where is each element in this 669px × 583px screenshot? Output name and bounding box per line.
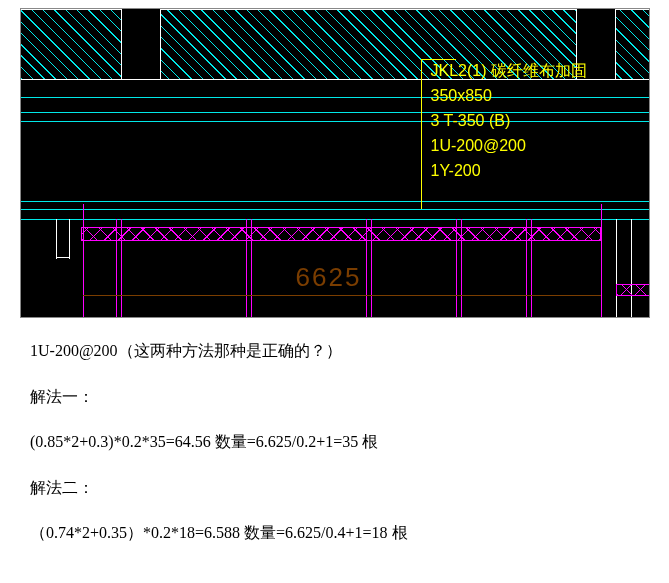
dimension-line: [83, 295, 601, 296]
stub-line: [616, 219, 617, 318]
hatch-beam: [81, 227, 601, 241]
leader-line: [421, 59, 422, 209]
line: [21, 9, 650, 10]
document-body: 1U-200@200（这两种方法那种是正确的？） 解法一： (0.85*2+0.…: [30, 338, 639, 546]
leader-line: [421, 59, 456, 60]
dimension-value: 6625: [296, 262, 362, 293]
beam-line: [21, 209, 650, 210]
beam-spec-label-2: 350x850: [431, 86, 492, 107]
grid-line: [366, 219, 367, 318]
cad-drawing-viewport: JKL2(1) 碳纤维布加固 350x850 3 T-350 (B) 1U-20…: [20, 8, 650, 318]
solution-2-calc: （0.74*2+0.35）*0.2*18=6.588 数量=6.625/0.4+…: [30, 520, 639, 546]
stub-line: [56, 219, 57, 259]
beam-spec-label-1: JKL2(1) 碳纤维布加固: [431, 61, 587, 82]
grid-line: [83, 204, 84, 318]
column-gap: [121, 9, 161, 79]
grid-line: [531, 219, 532, 318]
beam-line: [21, 97, 650, 98]
beam-spec-label-5: 1Y-200: [431, 161, 481, 182]
grid-line: [116, 219, 117, 318]
stub-line: [69, 219, 70, 259]
solution-1-calc: (0.85*2+0.3)*0.2*35=64.56 数量=6.625/0.2+1…: [30, 429, 639, 455]
grid-line: [601, 204, 602, 318]
solution-1-label: 解法一：: [30, 384, 639, 410]
question-text: 1U-200@200（这两种方法那种是正确的？）: [30, 338, 639, 364]
beam-line: [21, 112, 650, 113]
beam-line: [21, 121, 650, 122]
hatch-beam-right: [616, 284, 650, 296]
beam-spec-label-3: 3 T-350 (B): [431, 111, 511, 132]
grid-line: [246, 219, 247, 318]
stub-line: [56, 257, 70, 258]
grid-line: [461, 219, 462, 318]
stub-line: [631, 219, 632, 318]
beam-spec-label-4: 1U-200@200: [431, 136, 526, 157]
beam-line: [21, 201, 650, 202]
grid-line: [456, 219, 457, 318]
grid-line: [121, 219, 122, 318]
grid-line: [371, 219, 372, 318]
solution-2-label: 解法二：: [30, 475, 639, 501]
grid-line: [526, 219, 527, 318]
grid-line: [251, 219, 252, 318]
